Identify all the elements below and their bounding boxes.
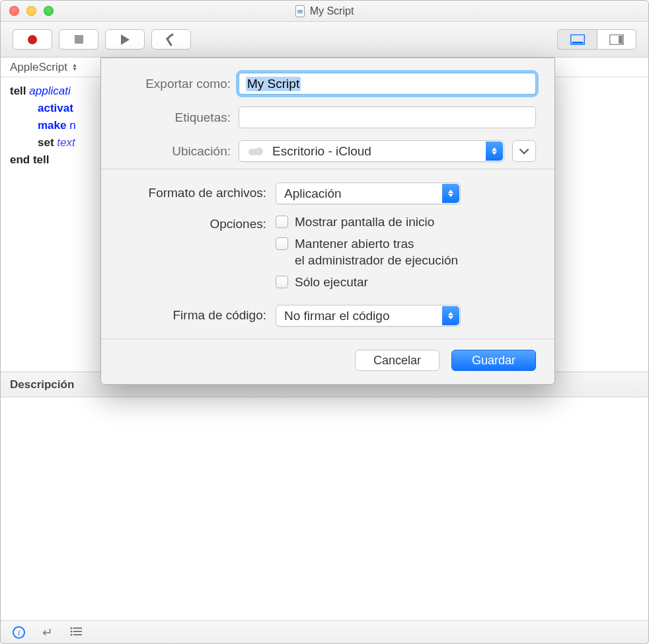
list-view-icon[interactable] (70, 625, 82, 639)
option-run-only-row[interactable]: Sólo ejecutar (276, 274, 458, 290)
zoom-window-button[interactable] (44, 6, 54, 16)
file-format-value: Aplicación (284, 186, 342, 201)
svg-rect-0 (168, 33, 173, 38)
checkbox-stay-open[interactable] (276, 237, 288, 250)
option-stay-open-row[interactable]: Mantener abierto tras el administrador d… (276, 235, 458, 268)
stop-button[interactable] (59, 29, 98, 50)
svg-point-7 (70, 630, 72, 632)
chevron-down-icon (519, 148, 529, 155)
export-as-label: Exportar como: (120, 77, 239, 91)
export-as-field[interactable]: My Script (239, 73, 536, 95)
hammer-icon (163, 31, 180, 48)
svg-rect-2 (572, 42, 583, 44)
language-name: AppleScript (10, 61, 67, 74)
select-stepper-icon (442, 306, 459, 325)
titlebar: My Script (1, 1, 648, 22)
return-key-icon[interactable]: ↵ (42, 625, 53, 640)
checkbox-run-only[interactable] (276, 276, 288, 288)
export-sheet: Exportar como: My Script Etiquetas: Ubic… (100, 58, 555, 385)
script-editor-window: My Script AppleScript ▲▼ tell applicati … (0, 0, 649, 644)
record-icon (28, 35, 37, 44)
description-label: Descripción (10, 378, 74, 391)
save-button[interactable]: Guardar (451, 350, 536, 371)
run-button[interactable] (105, 29, 145, 50)
window-title: My Script (310, 5, 354, 17)
cancel-button[interactable]: Cancelar (355, 350, 439, 371)
window-title-wrap: My Script (295, 5, 354, 17)
svg-rect-6 (73, 627, 82, 629)
cloud-icon (247, 146, 263, 157)
option-stay-open-label: Mantener abierto tras el administrador d… (295, 235, 458, 268)
stop-icon (75, 35, 83, 44)
export-as-value: My Script (246, 77, 301, 91)
svg-rect-4 (619, 36, 623, 44)
options-label: Opciones: (120, 214, 276, 231)
build-button[interactable] (151, 29, 191, 50)
updown-chevron-icon: ▲▼ (72, 63, 77, 71)
keyword-n: n (69, 119, 75, 132)
save-label: Guardar (472, 354, 515, 368)
svg-rect-8 (73, 631, 82, 632)
sidebar-pane-icon (609, 34, 624, 45)
location-label: Ubicación: (120, 144, 239, 159)
expand-location-button[interactable] (512, 140, 536, 162)
keyword-set: set (38, 136, 54, 149)
location-select[interactable]: Escritorio - iCloud (239, 140, 504, 162)
select-stepper-icon (486, 141, 503, 161)
tags-field[interactable] (239, 106, 536, 128)
file-format-select[interactable]: Aplicación (276, 182, 461, 204)
code-sign-label: Firma de código: (120, 305, 276, 323)
window-controls (9, 6, 54, 16)
cancel-label: Cancelar (373, 354, 421, 368)
code-sign-value: No firmar el código (284, 309, 389, 323)
location-value: Escritorio - iCloud (272, 144, 371, 159)
sheet-divider-2 (101, 339, 554, 339)
status-bar: i ↵ (1, 620, 648, 643)
option-run-only-label: Sólo ejecutar (295, 274, 368, 290)
keyword-application: applicati (29, 85, 70, 97)
keyword-text: text (57, 136, 75, 149)
play-icon (121, 34, 130, 45)
keyword-make: make (38, 119, 66, 132)
option-show-startup-label: Mostrar pantalla de inicio (295, 214, 434, 230)
checkbox-show-startup[interactable] (276, 216, 288, 228)
keyword-tell: tell (10, 85, 26, 97)
sheet-divider (101, 169, 554, 169)
tags-label: Etiquetas: (120, 110, 239, 125)
file-format-label: Formato de archivos: (120, 182, 276, 200)
keyword-end-tell: end tell (10, 153, 50, 166)
svg-point-9 (70, 633, 72, 635)
description-body[interactable] (1, 397, 648, 609)
view-segment (557, 29, 636, 50)
code-sign-select[interactable]: No firmar el código (276, 305, 461, 327)
sheet-button-bar: Cancelar Guardar (120, 350, 536, 371)
show-sidebar-button[interactable] (597, 29, 636, 50)
info-icon[interactable]: i (13, 626, 25, 639)
svg-point-5 (70, 627, 72, 629)
record-button[interactable] (13, 29, 52, 50)
close-window-button[interactable] (9, 6, 19, 16)
svg-rect-10 (73, 634, 82, 635)
select-stepper-icon (442, 184, 459, 203)
minimize-window-button[interactable] (26, 6, 36, 16)
editor-pane-icon (570, 34, 585, 45)
toolbar (1, 22, 648, 58)
show-editor-button[interactable] (557, 29, 597, 50)
keyword-activate: activat (38, 102, 73, 114)
document-icon (295, 5, 305, 17)
option-show-startup-row[interactable]: Mostrar pantalla de inicio (276, 214, 458, 230)
